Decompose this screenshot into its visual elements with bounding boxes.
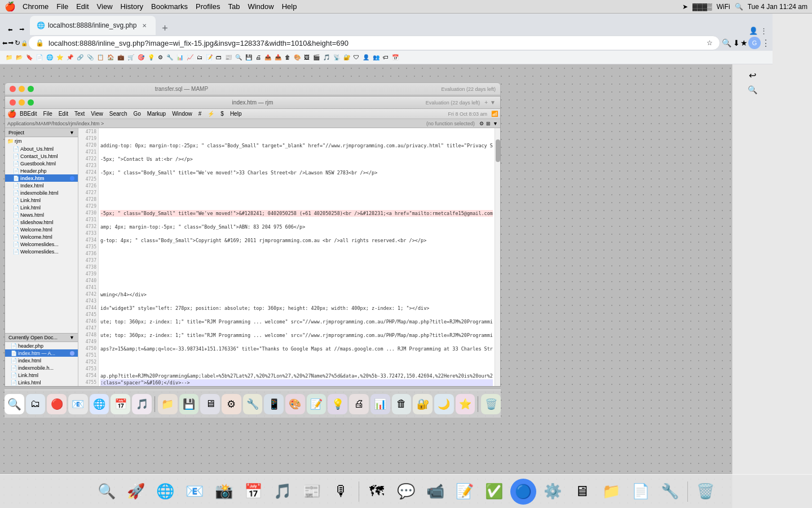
- profile-icon[interactable]: 👤: [749, 27, 758, 35]
- dock-icon-11[interactable]: 📊: [370, 394, 390, 414]
- dock-app-terminal[interactable]: 🖥: [569, 479, 595, 505]
- dock-icon-calendar[interactable]: 📅: [111, 394, 130, 414]
- right-panel-icon-1[interactable]: ↩: [749, 70, 756, 81]
- open-doc-indexmobile[interactable]: 📄 indexmobile.h...: [5, 364, 78, 371]
- sidebar-item-indexhtm[interactable]: 📄 index.htm: [5, 174, 78, 182]
- menu-window[interactable]: Window: [248, 2, 273, 11]
- sidebar-item-welcome2[interactable]: 📄 Welcome.html: [5, 233, 78, 240]
- dock-app-notes[interactable]: 📝: [452, 479, 478, 505]
- menu-file[interactable]: File: [56, 2, 68, 11]
- scrollbar[interactable]: [495, 128, 500, 386]
- bm-16[interactable]: ⚙: [158, 54, 163, 60]
- profile-circle[interactable]: G: [748, 37, 761, 49]
- ext-icon-2[interactable]: ⮕: [8, 40, 14, 46]
- dock-app-messages[interactable]: 💬: [393, 479, 419, 505]
- menu-bookmarks[interactable]: Bookmarks: [151, 2, 188, 11]
- tab-close-button[interactable]: ✕: [140, 21, 149, 30]
- dock-icon-4[interactable]: ⚙: [222, 394, 241, 414]
- toolbar-btn-1[interactable]: ⬅: [5, 24, 16, 35]
- bm-18[interactable]: 📊: [176, 54, 183, 60]
- bm-17[interactable]: 🔧: [166, 54, 173, 60]
- dock-app-calendar[interactable]: 📅: [240, 479, 266, 505]
- dock-app-news[interactable]: 📰: [299, 479, 325, 505]
- traffic-light-green[interactable]: [28, 86, 34, 92]
- search-menubar-icon[interactable]: 🔍: [735, 3, 743, 11]
- dock-app-trash[interactable]: 🗑️: [692, 479, 718, 505]
- ext-icon-3[interactable]: 🔒: [21, 40, 28, 46]
- sidebar-item-about[interactable]: 📄 About_Us.html: [5, 145, 78, 152]
- dock-app-mail[interactable]: 📧: [182, 479, 208, 505]
- new-tab-button[interactable]: +: [158, 21, 171, 35]
- bm-4[interactable]: 📄: [36, 54, 43, 60]
- bbedit-menu-window2[interactable]: Window: [169, 111, 195, 117]
- expand-btn[interactable]: ▼: [493, 121, 498, 126]
- search-icon[interactable]: 🔍: [722, 38, 731, 47]
- dock-app-music[interactable]: 🎵: [270, 479, 295, 505]
- bm-39[interactable]: 🏷: [383, 54, 389, 60]
- bbedit-menu-ico2[interactable]: $: [218, 111, 227, 117]
- open-doc-link[interactable]: 📄 Link.html: [5, 371, 78, 379]
- dock-icon-10[interactable]: 🖨: [349, 394, 369, 414]
- dock-icon-3[interactable]: 🖥: [200, 394, 220, 414]
- bbedit-menu-hash[interactable]: #: [196, 111, 205, 117]
- sidebar-item-welcomeslides2[interactable]: 📄 Welcomeslides...: [5, 248, 78, 255]
- dock-app-chrome[interactable]: 🔵: [510, 479, 536, 505]
- sidebar-item-guestbook[interactable]: 📄 Guestbook.html: [5, 160, 78, 167]
- bbedit-apple[interactable]: 🍎: [7, 110, 16, 118]
- bm-14[interactable]: 🎯: [138, 54, 144, 60]
- dock-icon-mail[interactable]: 📧: [68, 394, 88, 414]
- menu-profiles[interactable]: Profiles: [196, 2, 220, 11]
- sidebar-item-welcomeslides1[interactable]: 📄 Welcomeslides...: [5, 240, 78, 248]
- bm-21[interactable]: 📝: [206, 54, 213, 60]
- toolbar-btn-2[interactable]: ⮕: [16, 24, 28, 35]
- bm-27[interactable]: 📤: [264, 54, 271, 60]
- bm-32[interactable]: 🎬: [313, 54, 320, 60]
- dock-icon-1[interactable]: 📁: [158, 394, 178, 414]
- bbedit-menu-go[interactable]: Go: [130, 111, 143, 117]
- menu-edit[interactable]: Edit: [76, 2, 89, 11]
- bm-28[interactable]: 📥: [275, 54, 281, 60]
- sidebar-item-welcome[interactable]: 📄 Welcome.html: [5, 226, 78, 233]
- dock-app-launchpad[interactable]: 🚀: [123, 479, 149, 505]
- apple-menu[interactable]: 🍎: [5, 1, 16, 12]
- dock-icon-music[interactable]: 🎵: [132, 394, 152, 414]
- bm-6[interactable]: ⭐: [56, 54, 63, 60]
- dock-app-facetime[interactable]: 📹: [422, 479, 448, 505]
- dock-icon-safari[interactable]: 🌐: [90, 394, 109, 414]
- dock-icon-trash[interactable]: 🗑️: [481, 394, 501, 414]
- dock-app-reminders[interactable]: ✅: [481, 479, 507, 505]
- dock-icon-5[interactable]: 🔧: [243, 394, 263, 414]
- dock-app-podcasts[interactable]: 🎙: [328, 479, 354, 505]
- menu-help[interactable]: Help: [282, 2, 297, 11]
- sidebar-item-link2[interactable]: 📄 Link.html: [5, 204, 78, 211]
- bm-33[interactable]: 🎵: [323, 54, 330, 60]
- bm-40[interactable]: 📅: [392, 54, 399, 60]
- dock-icon-12[interactable]: 🗑: [392, 394, 412, 414]
- bbedit-menu-markup[interactable]: Markup: [144, 111, 169, 117]
- menu-tab[interactable]: Tab: [228, 2, 240, 11]
- bm-24[interactable]: 🔍: [235, 54, 242, 60]
- bm-7[interactable]: 📌: [67, 54, 73, 60]
- open-docs-toggle[interactable]: ▼: [69, 335, 74, 340]
- bm-25[interactable]: 💾: [245, 54, 252, 60]
- dock-icon-9[interactable]: 💡: [328, 394, 347, 414]
- bm-13[interactable]: 🛒: [127, 54, 134, 60]
- bbedit-menu-ico1[interactable]: ⚡: [205, 111, 217, 117]
- tl-red-2[interactable]: [10, 99, 16, 106]
- code-content[interactable]: adding-top: 0px; margin-top:-25px; " cla…: [99, 128, 495, 386]
- bookmark-icon[interactable]: ★: [740, 38, 748, 47]
- window2-btn-1[interactable]: +: [484, 99, 488, 106]
- open-doc-links[interactable]: 📄 Links.html: [5, 379, 78, 386]
- bm-10[interactable]: 📋: [97, 54, 104, 60]
- menu-view[interactable]: View: [97, 2, 113, 11]
- dock-icon-red[interactable]: 🔴: [47, 394, 67, 414]
- split-btn[interactable]: ⊞: [486, 121, 491, 126]
- bm-15[interactable]: 💡: [148, 54, 155, 60]
- address-bar[interactable]: 🔒 localhost:8888/inline_svg.php?image=wi…: [28, 36, 720, 50]
- dock-icon-7[interactable]: 🎨: [285, 394, 305, 414]
- bm-38[interactable]: 👥: [373, 54, 379, 60]
- browser-tab-active[interactable]: 🌐 localhost:8888/inline_svg.php ✕: [30, 16, 156, 35]
- bm-36[interactable]: 🛡: [354, 54, 359, 60]
- dock-app-safari[interactable]: 🌐: [152, 479, 178, 505]
- dock-app-finder[interactable]: 🔍: [94, 479, 120, 505]
